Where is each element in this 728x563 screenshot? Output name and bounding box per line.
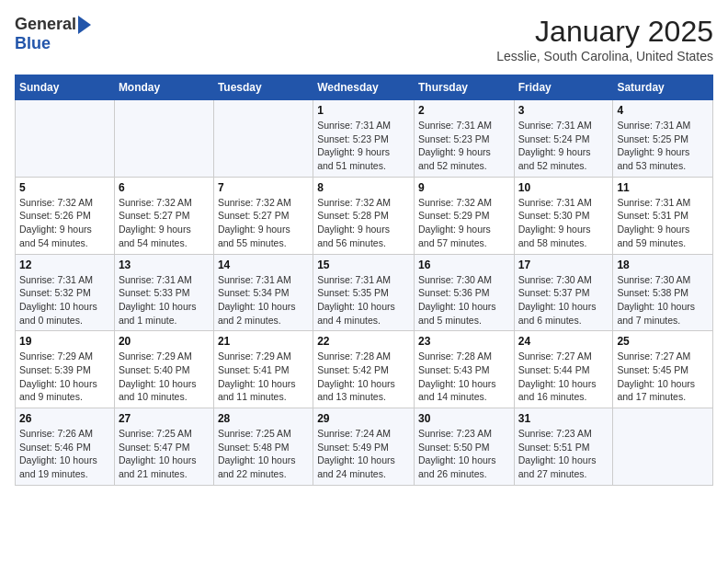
day-info: Sunrise: 7:31 AM Sunset: 5:34 PM Dayligh…	[218, 273, 309, 327]
calendar-cell: 3Sunrise: 7:31 AM Sunset: 5:24 PM Daylig…	[514, 100, 613, 178]
day-number: 26	[19, 412, 110, 425]
calendar-cell: 19Sunrise: 7:29 AM Sunset: 5:39 PM Dayli…	[16, 331, 115, 408]
location-text: Lesslie, South Carolina, United States	[496, 49, 713, 63]
day-number: 29	[317, 412, 410, 425]
day-number: 25	[617, 335, 709, 348]
day-number: 19	[19, 335, 110, 348]
calendar-cell: 2Sunrise: 7:31 AM Sunset: 5:23 PM Daylig…	[414, 100, 514, 178]
day-number: 13	[119, 259, 210, 271]
day-number: 3	[518, 104, 609, 117]
week-row: 12Sunrise: 7:31 AM Sunset: 5:32 PM Dayli…	[16, 254, 713, 331]
calendar-cell: 15Sunrise: 7:31 AM Sunset: 5:35 PM Dayli…	[313, 254, 415, 331]
day-header-monday: Monday	[114, 75, 213, 100]
calendar-cell: 29Sunrise: 7:24 AM Sunset: 5:49 PM Dayli…	[313, 408, 415, 486]
day-number: 2	[418, 104, 510, 117]
day-number: 8	[317, 181, 410, 194]
calendar-cell: 16Sunrise: 7:30 AM Sunset: 5:36 PM Dayli…	[414, 254, 514, 331]
calendar-cell: 17Sunrise: 7:30 AM Sunset: 5:37 PM Dayli…	[514, 254, 613, 331]
day-info: Sunrise: 7:32 AM Sunset: 5:26 PM Dayligh…	[19, 196, 110, 250]
day-header-sunday: Sunday	[16, 75, 115, 100]
day-info: Sunrise: 7:32 AM Sunset: 5:29 PM Dayligh…	[418, 196, 510, 250]
day-info: Sunrise: 7:31 AM Sunset: 5:24 PM Dayligh…	[518, 119, 609, 173]
day-info: Sunrise: 7:31 AM Sunset: 5:23 PM Dayligh…	[317, 119, 410, 173]
day-number: 24	[518, 335, 609, 348]
logo-arrow-icon	[78, 16, 91, 34]
day-info: Sunrise: 7:28 AM Sunset: 5:42 PM Dayligh…	[317, 350, 410, 404]
calendar-cell: 21Sunrise: 7:29 AM Sunset: 5:41 PM Dayli…	[213, 331, 313, 408]
logo-general-text: General	[15, 15, 76, 34]
calendar-cell: 11Sunrise: 7:31 AM Sunset: 5:31 PM Dayli…	[613, 177, 713, 254]
header-row: SundayMondayTuesdayWednesdayThursdayFrid…	[16, 75, 713, 100]
day-info: Sunrise: 7:28 AM Sunset: 5:43 PM Dayligh…	[418, 350, 510, 404]
title-block: January 2025 Lesslie, South Carolina, Un…	[496, 15, 713, 63]
calendar-cell: 31Sunrise: 7:23 AM Sunset: 5:51 PM Dayli…	[514, 408, 613, 486]
calendar-cell: 24Sunrise: 7:27 AM Sunset: 5:44 PM Dayli…	[514, 331, 613, 408]
day-info: Sunrise: 7:32 AM Sunset: 5:28 PM Dayligh…	[317, 196, 410, 250]
day-number: 31	[518, 412, 609, 425]
day-number: 4	[617, 104, 709, 117]
month-title: January 2025	[496, 15, 713, 49]
day-number: 18	[617, 259, 709, 271]
day-info: Sunrise: 7:32 AM Sunset: 5:27 PM Dayligh…	[119, 196, 210, 250]
day-number: 20	[119, 335, 210, 348]
day-info: Sunrise: 7:31 AM Sunset: 5:35 PM Dayligh…	[317, 273, 410, 327]
day-number: 15	[317, 259, 410, 271]
logo-blue-text: Blue	[15, 34, 51, 53]
calendar-cell: 4Sunrise: 7:31 AM Sunset: 5:25 PM Daylig…	[613, 100, 713, 178]
calendar-cell: 7Sunrise: 7:32 AM Sunset: 5:27 PM Daylig…	[213, 177, 313, 254]
calendar-cell: 13Sunrise: 7:31 AM Sunset: 5:33 PM Dayli…	[114, 254, 213, 331]
day-number: 7	[218, 181, 309, 194]
week-row: 26Sunrise: 7:26 AM Sunset: 5:46 PM Dayli…	[16, 408, 713, 486]
day-number: 9	[418, 181, 510, 194]
calendar-cell: 10Sunrise: 7:31 AM Sunset: 5:30 PM Dayli…	[514, 177, 613, 254]
day-info: Sunrise: 7:31 AM Sunset: 5:31 PM Dayligh…	[617, 196, 709, 250]
day-number: 21	[218, 335, 309, 348]
day-info: Sunrise: 7:29 AM Sunset: 5:40 PM Dayligh…	[119, 350, 210, 404]
calendar-cell	[613, 408, 713, 486]
day-info: Sunrise: 7:30 AM Sunset: 5:38 PM Dayligh…	[617, 273, 709, 327]
day-info: Sunrise: 7:29 AM Sunset: 5:39 PM Dayligh…	[19, 350, 110, 404]
day-number: 30	[418, 412, 510, 425]
day-info: Sunrise: 7:24 AM Sunset: 5:49 PM Dayligh…	[317, 427, 410, 481]
day-number: 12	[19, 259, 110, 271]
day-number: 5	[19, 181, 110, 194]
day-info: Sunrise: 7:27 AM Sunset: 5:44 PM Dayligh…	[518, 350, 609, 404]
calendar-cell	[16, 100, 115, 178]
day-info: Sunrise: 7:25 AM Sunset: 5:48 PM Dayligh…	[218, 427, 309, 481]
calendar-cell: 26Sunrise: 7:26 AM Sunset: 5:46 PM Dayli…	[16, 408, 115, 486]
calendar-cell: 25Sunrise: 7:27 AM Sunset: 5:45 PM Dayli…	[613, 331, 713, 408]
day-header-saturday: Saturday	[613, 75, 713, 100]
day-header-friday: Friday	[514, 75, 613, 100]
day-number: 14	[218, 259, 309, 271]
day-info: Sunrise: 7:32 AM Sunset: 5:27 PM Dayligh…	[218, 196, 309, 250]
day-info: Sunrise: 7:31 AM Sunset: 5:25 PM Dayligh…	[617, 119, 709, 173]
day-header-wednesday: Wednesday	[313, 75, 415, 100]
day-number: 17	[518, 259, 609, 271]
calendar-cell: 1Sunrise: 7:31 AM Sunset: 5:23 PM Daylig…	[313, 100, 415, 178]
week-row: 19Sunrise: 7:29 AM Sunset: 5:39 PM Dayli…	[16, 331, 713, 408]
calendar-cell: 22Sunrise: 7:28 AM Sunset: 5:42 PM Dayli…	[313, 331, 415, 408]
day-info: Sunrise: 7:23 AM Sunset: 5:50 PM Dayligh…	[418, 427, 510, 481]
calendar-cell	[114, 100, 213, 178]
calendar-cell: 12Sunrise: 7:31 AM Sunset: 5:32 PM Dayli…	[16, 254, 115, 331]
calendar-cell: 9Sunrise: 7:32 AM Sunset: 5:29 PM Daylig…	[414, 177, 514, 254]
calendar-cell: 30Sunrise: 7:23 AM Sunset: 5:50 PM Dayli…	[414, 408, 514, 486]
day-info: Sunrise: 7:30 AM Sunset: 5:37 PM Dayligh…	[518, 273, 609, 327]
day-number: 10	[518, 181, 609, 194]
calendar-cell: 28Sunrise: 7:25 AM Sunset: 5:48 PM Dayli…	[213, 408, 313, 486]
day-number: 6	[119, 181, 210, 194]
day-number: 11	[617, 181, 709, 194]
calendar-cell: 18Sunrise: 7:30 AM Sunset: 5:38 PM Dayli…	[613, 254, 713, 331]
calendar-cell: 6Sunrise: 7:32 AM Sunset: 5:27 PM Daylig…	[114, 177, 213, 254]
calendar-cell	[213, 100, 313, 178]
day-number: 22	[317, 335, 410, 348]
page-header: General Blue January 2025 Lesslie, South…	[15, 15, 713, 63]
calendar-cell: 14Sunrise: 7:31 AM Sunset: 5:34 PM Dayli…	[213, 254, 313, 331]
day-number: 23	[418, 335, 510, 348]
calendar-table: SundayMondayTuesdayWednesdayThursdayFrid…	[15, 75, 713, 486]
day-info: Sunrise: 7:27 AM Sunset: 5:45 PM Dayligh…	[617, 350, 709, 404]
calendar-cell: 20Sunrise: 7:29 AM Sunset: 5:40 PM Dayli…	[114, 331, 213, 408]
day-number: 28	[218, 412, 309, 425]
week-row: 5Sunrise: 7:32 AM Sunset: 5:26 PM Daylig…	[16, 177, 713, 254]
day-number: 16	[418, 259, 510, 271]
